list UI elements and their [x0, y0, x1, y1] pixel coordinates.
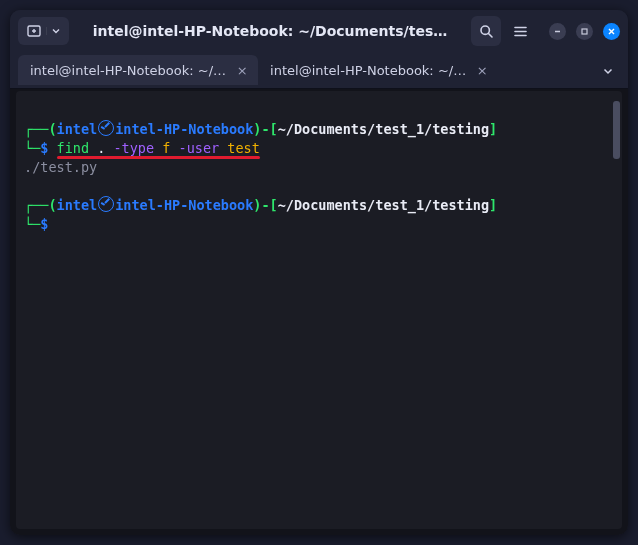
prompt2-host: intel-HP-Notebook [115, 197, 253, 213]
prompt2-path: ~/Documents/test_1/testing [278, 197, 489, 213]
window-title: intel@intel-HP-Notebook: ~/Documents/tes… [73, 23, 467, 39]
prompt-host: intel-HP-Notebook [115, 121, 253, 137]
prompt-user: intel [57, 121, 98, 137]
output-line-1: ./test.py [24, 159, 97, 175]
terminal-window: intel@intel-HP-Notebook: ~/Documents/tes… [10, 10, 628, 535]
cmd-flag-user: -user [179, 140, 220, 156]
tab-2-close[interactable]: × [474, 63, 490, 78]
prompt2-user: intel [57, 197, 98, 213]
command-line: find . -type f -user test [57, 139, 260, 158]
prompt-symbol: $ [40, 140, 48, 156]
minimize-icon [553, 27, 562, 36]
close-icon [607, 27, 616, 36]
prompt-separator-icon [98, 196, 114, 212]
cmd-find: find [57, 140, 90, 156]
maximize-icon [580, 27, 589, 36]
cmd-flag-type: -type [113, 140, 154, 156]
search-button[interactable] [471, 16, 501, 46]
svg-rect-9 [582, 29, 587, 34]
new-tab-button[interactable] [18, 17, 69, 45]
maximize-button[interactable] [576, 23, 593, 40]
tab-2-label: intel@intel-HP-Notebook: ~/… [270, 63, 466, 78]
tab-1-close[interactable]: × [234, 63, 250, 78]
svg-line-4 [488, 33, 492, 37]
terminal[interactable]: ┌──(intelintel-HP-Notebook)-[~/Documents… [16, 91, 622, 529]
cmd-val-type: f [162, 140, 170, 156]
cmd-val-user: test [227, 140, 260, 156]
annotation-underline [57, 156, 260, 159]
tab-1[interactable]: intel@intel-HP-Notebook: ~/… × [18, 55, 258, 85]
tab-overflow-button[interactable] [596, 61, 620, 80]
new-tab-icon [22, 24, 46, 38]
new-tab-dropdown[interactable] [46, 27, 65, 35]
scrollbar-thumb[interactable] [613, 101, 620, 159]
hamburger-menu-button[interactable] [505, 16, 535, 46]
prompt2-symbol: $ [40, 216, 48, 232]
window-controls [549, 23, 620, 40]
titlebar: intel@intel-HP-Notebook: ~/Documents/tes… [10, 10, 628, 52]
tab-1-label: intel@intel-HP-Notebook: ~/… [30, 63, 226, 78]
search-icon [479, 24, 494, 39]
chevron-down-icon [603, 66, 613, 76]
close-button[interactable] [603, 23, 620, 40]
tab-bar: intel@intel-HP-Notebook: ~/… × intel@int… [10, 52, 628, 89]
prompt-separator-icon [98, 120, 114, 136]
minimize-button[interactable] [549, 23, 566, 40]
prompt-path: ~/Documents/test_1/testing [278, 121, 489, 137]
cmd-dot: . [97, 140, 105, 156]
terminal-wrap: ┌──(intelintel-HP-Notebook)-[~/Documents… [10, 89, 628, 535]
tab-2[interactable]: intel@intel-HP-Notebook: ~/… × [258, 55, 498, 85]
hamburger-icon [513, 24, 528, 39]
